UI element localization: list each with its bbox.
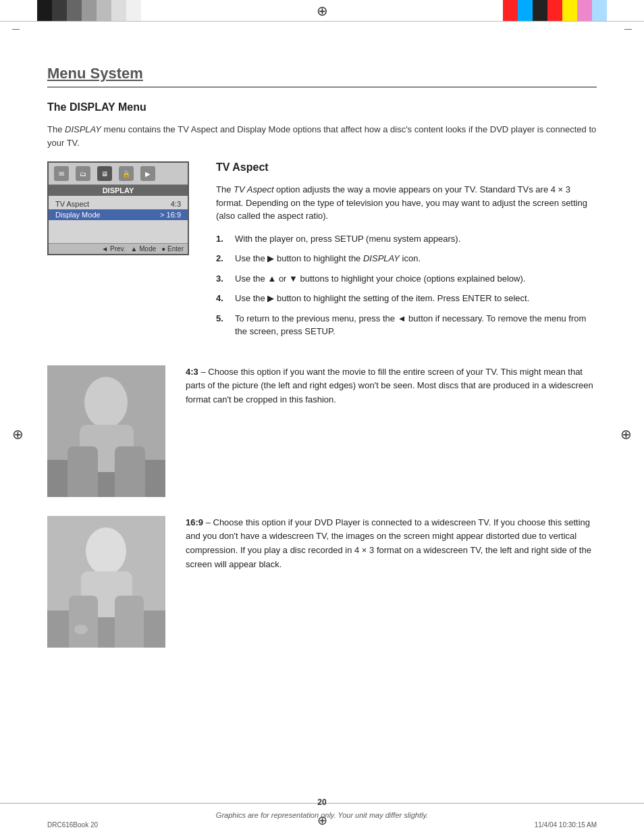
page-number: 20 — [317, 798, 326, 807]
svg-point-2 — [84, 377, 128, 428]
sixteen-nine-desc: 16:9 – Choose this option if your DVD Pl… — [47, 516, 597, 648]
step-1: 1. With the player on, press SETUP (menu… — [216, 232, 597, 246]
menu-spacer — [49, 220, 188, 240]
color-swatch-red — [503, 0, 518, 21]
menu-row-display-mode-value: > 16:9 — [160, 211, 181, 219]
menu-row-tv-aspect-label: TV Aspect — [55, 200, 171, 208]
svg-rect-4 — [68, 446, 98, 497]
menu-icon-1: ✉ — [54, 166, 69, 181]
step-4: 4. Use the ▶ button to highlight the set… — [216, 292, 597, 305]
svg-point-8 — [86, 527, 126, 575]
color-swatch-gray — [67, 0, 82, 21]
sixteen-nine-text: 16:9 – Choose this option if your DVD Pl… — [186, 516, 597, 572]
menu-mode: ▲ Mode — [131, 245, 157, 253]
menu-row-tv-aspect: TV Aspect 4:3 — [49, 199, 188, 209]
tv-aspect-para1: The TV Aspect option adjusts the way a m… — [216, 183, 597, 223]
sixteen-nine-section: 16:9 – Choose this option if your DVD Pl… — [47, 516, 597, 648]
menu-icon-display: 🖥 — [97, 166, 112, 181]
menu-row-tv-aspect-value: 4:3 — [171, 200, 181, 208]
menu-row-display-mode: Display Mode > 16:9 — [49, 209, 188, 220]
top-left-reg-line-h: — — [12, 24, 20, 32]
color-swatch-red2 — [547, 0, 562, 21]
menu-enter: ● Enter — [161, 245, 184, 253]
color-swatch-nearwhite — [126, 0, 141, 21]
menu-icon-2: 🗂 — [76, 166, 90, 181]
menu-mockup: ✉ 🗂 🖥 🔒 ▶ DISPLAY TV Aspect 4:3 Display … — [47, 161, 189, 255]
four-three-lead: 4:3 — [186, 367, 198, 377]
svg-rect-11 — [115, 596, 144, 648]
color-swatch-pink — [577, 0, 592, 21]
person-svg-2 — [47, 516, 165, 648]
sixteen-nine-lead: 16:9 — [186, 517, 203, 527]
subsection-title: The DISPLAY Menu — [47, 101, 597, 113]
step-2: 2. Use the ▶ button to highlight the DIS… — [216, 252, 597, 265]
menu-bottom-bar: ◄ Prev. ▲ Mode ● Enter — [49, 243, 188, 254]
menu-icons-row: ✉ 🗂 🖥 🔒 ▶ — [49, 163, 188, 185]
section-title: Menu System — [47, 65, 597, 88]
color-swatch-black — [37, 0, 52, 21]
svg-point-12 — [74, 625, 88, 634]
step-5: 5. To return to the previous menu, press… — [216, 312, 597, 338]
top-strip: ⊕ — [0, 0, 644, 22]
tv-aspect-col: TV Aspect The TV Aspect option adjusts t… — [216, 161, 597, 349]
color-swatch-lightgray — [97, 0, 111, 21]
color-swatch-darkgray — [52, 0, 67, 21]
intro-paragraph: The DISPLAY menu contains the TV Aspect … — [47, 123, 597, 149]
steps-list: 1. With the player on, press SETUP (menu… — [216, 232, 597, 338]
side-reg-row: — — — [0, 24, 644, 38]
person-svg-1 — [47, 365, 165, 497]
top-right-reg-line-h: — — [624, 24, 632, 32]
color-swatch-yellow — [562, 0, 577, 21]
color-swatch-verylightgray — [111, 0, 126, 21]
four-three-text: 4:3 – Choose this option if you want the… — [186, 365, 597, 407]
color-swatch-midgray — [82, 0, 97, 21]
four-three-desc: 4:3 – Choose this option if you want the… — [47, 365, 597, 497]
menu-rows: TV Aspect 4:3 Display Mode > 16:9 — [49, 196, 188, 243]
left-reg-mark: ⊕ — [12, 426, 24, 442]
color-swatch-cyan — [518, 0, 533, 21]
menu-row-display-mode-label: Display Mode — [55, 211, 160, 219]
menu-label-bar: DISPLAY — [49, 185, 188, 196]
menu-icon-5: ▶ — [140, 166, 155, 181]
menu-mockup-col: ✉ 🗂 🖥 🔒 ▶ DISPLAY TV Aspect 4:3 Display … — [47, 161, 196, 349]
four-three-section: ⊕ ⊕ 4:3 – Choose this option if you want — [47, 365, 597, 497]
sixteen-nine-image — [47, 516, 165, 648]
color-swatch-black2 — [533, 0, 547, 21]
svg-rect-10 — [69, 596, 98, 648]
right-reg-mark: ⊕ — [620, 426, 632, 442]
footer-right: 11/4/04 10:30:15 AM — [535, 821, 597, 829]
color-swatch-lightblue — [592, 0, 607, 21]
footer-left: DRC616Book 20 — [47, 821, 98, 829]
page-content: Menu System The DISPLAY Menu The DISPLAY… — [0, 45, 644, 707]
menu-prev: ◄ Prev. — [101, 245, 125, 253]
tv-aspect-heading: TV Aspect — [216, 161, 597, 174]
bottom-center-reg: ⊕ — [317, 813, 327, 828]
four-three-image — [47, 365, 165, 497]
menu-icon-4: 🔒 — [119, 166, 134, 181]
svg-rect-5 — [115, 446, 145, 497]
main-two-col: ✉ 🗂 🖥 🔒 ▶ DISPLAY TV Aspect 4:3 Display … — [47, 161, 597, 349]
step-3: 3. Use the ▲ or ▼ buttons to highlight y… — [216, 272, 597, 286]
center-reg-mark: ⊕ — [317, 3, 328, 19]
